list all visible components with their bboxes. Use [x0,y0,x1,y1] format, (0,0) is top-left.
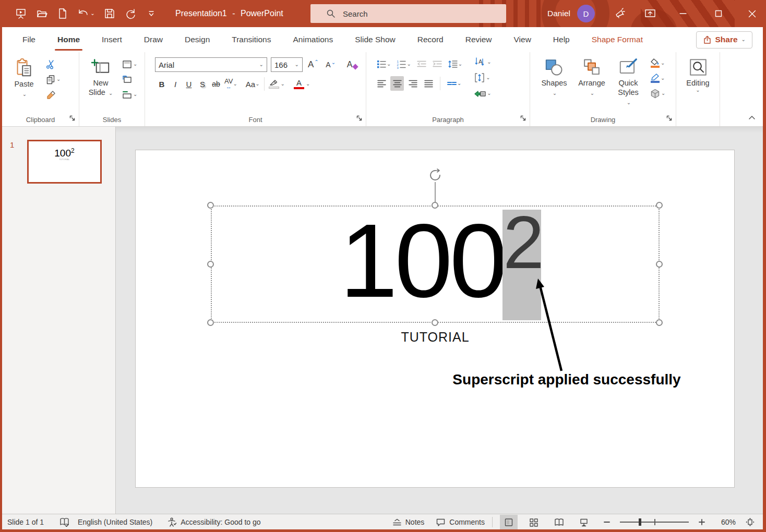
collapse-ribbon-button[interactable] [748,113,756,122]
tab-review[interactable]: Review [454,27,503,52]
tab-file[interactable]: File [11,27,46,52]
tab-draw[interactable]: Draw [133,27,174,52]
underline-button[interactable]: U [182,77,196,91]
change-case-button[interactable]: Aa⌄ [244,77,261,91]
drawing-dialog-launcher[interactable] [666,115,672,123]
avatar[interactable]: D [577,5,595,22]
align-text-button[interactable]: ⌄ [473,71,492,84]
font-color-button[interactable]: A [292,77,306,91]
quick-styles-button[interactable]: Quick Styles ⌄ [613,57,644,108]
tab-transitions[interactable]: Transitions [221,27,282,52]
slideshow-view-button[interactable] [575,515,593,529]
paste-button[interactable]: Paste ⌄ [10,57,38,100]
resize-handle-bottom-left[interactable] [207,319,214,326]
shapes-button[interactable]: Shapes ⌄ [537,57,571,99]
align-left-button[interactable] [375,76,388,91]
tab-view[interactable]: View [503,27,542,52]
tab-record[interactable]: Record [406,27,454,52]
format-painter-button[interactable] [45,88,62,101]
notes-toggle[interactable]: Notes [392,518,425,527]
section-button[interactable]: ⌄ [121,88,138,101]
italic-button[interactable]: I [169,77,182,91]
tab-insert[interactable]: Insert [91,27,133,52]
text-shadow-button[interactable]: S [196,77,209,91]
start-slideshow-button[interactable] [11,5,30,22]
selected-superscript[interactable]: 2 [502,210,541,320]
close-button[interactable] [740,0,764,27]
minimize-button[interactable] [671,0,695,27]
accessibility-status[interactable]: Accessibility: Good to go [167,517,260,527]
slide-thumbnail[interactable]: 1002 TUTORIAL [27,140,102,184]
slide-title-text[interactable]: 100 [340,209,505,313]
slide-subtitle-text[interactable]: TUTORIAL [211,330,660,345]
text-direction-button[interactable]: A ⌄ [473,56,492,68]
columns-button[interactable]: ⌄ [445,76,463,91]
paragraph-dialog-launcher[interactable] [520,115,526,123]
bold-button[interactable]: B [155,77,169,91]
shape-fill-button[interactable]: ⌄ [649,57,666,69]
customize-quick-access-button[interactable] [142,5,161,22]
share-button[interactable]: Share ⌄ [696,31,752,49]
fit-to-window-button[interactable] [741,515,759,529]
zoom-slider-thumb[interactable] [639,518,641,526]
increase-indent-button[interactable] [430,57,444,71]
shape-outline-button[interactable]: ⌄ [649,72,666,84]
font-name-combobox[interactable]: Arial⌄ [155,57,267,72]
spell-check-button[interactable] [59,517,69,527]
language-status[interactable]: English (United States) [78,518,152,526]
bullets-button[interactable]: ⌄ [375,57,392,71]
character-spacing-button[interactable]: AV↔ ⌄ [223,77,239,91]
shape-effects-button[interactable]: ⌄ [649,87,666,100]
arrange-button[interactable]: Arrange ⌄ [574,57,609,99]
reading-view-button[interactable] [550,515,568,529]
user-name[interactable]: Daniel [547,9,570,18]
tab-animations[interactable]: Animations [282,27,344,52]
slide-sorter-view-button[interactable] [525,515,543,529]
search-input[interactable] [343,9,473,18]
resize-handle-bottom-right[interactable] [656,319,663,326]
search-box[interactable] [310,4,506,23]
copy-button[interactable]: ⌄ [45,73,62,86]
cut-button[interactable] [45,58,62,70]
normal-view-button[interactable] [500,515,518,529]
zoom-out-button[interactable] [598,515,616,529]
resize-handle-middle-right[interactable] [656,261,663,268]
resize-handle-middle-left[interactable] [207,261,214,268]
resize-handle-top-right[interactable] [656,202,663,209]
maximize-button[interactable] [707,0,731,27]
convert-to-smartart-button[interactable]: ⌄ [473,87,492,100]
ribbon-display-options-button[interactable] [639,0,662,27]
redo-button[interactable] [121,5,140,22]
decrease-indent-button[interactable] [415,57,428,71]
clear-formatting-button[interactable]: A [345,57,360,72]
resize-handle-top-center[interactable] [432,202,438,209]
font-size-combobox[interactable]: 166⌄ [271,57,303,72]
resize-handle-bottom-center[interactable] [432,319,438,326]
zoom-in-button[interactable] [693,515,711,529]
justify-button[interactable] [422,76,435,91]
open-file-button[interactable] [32,5,51,22]
slide-canvas[interactable]: 100 2 TUTORIAL Superscript applied succe… [135,150,735,488]
editing-button[interactable]: Editing ⌄ [684,57,711,94]
save-button[interactable] [100,5,119,22]
align-center-button[interactable] [390,76,404,91]
align-right-button[interactable] [406,76,420,91]
line-spacing-button[interactable]: ⌄ [446,57,464,71]
slide-layout-button[interactable]: ⌄ [121,58,138,70]
zoom-slider[interactable] [620,515,689,529]
tab-home[interactable]: Home [46,27,91,52]
font-dialog-launcher[interactable] [356,115,362,123]
new-file-button[interactable] [53,5,72,22]
text-highlight-color-button[interactable] [267,77,281,91]
reset-slide-button[interactable] [121,73,138,86]
new-slide-button[interactable]: New Slide ⌄ [86,57,116,99]
comments-toggle[interactable]: Comments [436,518,485,527]
increase-font-size-button[interactable]: A⌃ [306,57,320,72]
resize-handle-top-left[interactable] [207,202,214,209]
tab-help[interactable]: Help [542,27,581,52]
clipboard-dialog-launcher[interactable] [69,115,75,123]
zoom-level[interactable]: 60% [714,518,736,526]
undo-button[interactable]: ⌄ [74,5,98,22]
tab-design[interactable]: Design [174,27,221,52]
slide-indicator[interactable]: Slide 1 of 1 [7,518,44,526]
